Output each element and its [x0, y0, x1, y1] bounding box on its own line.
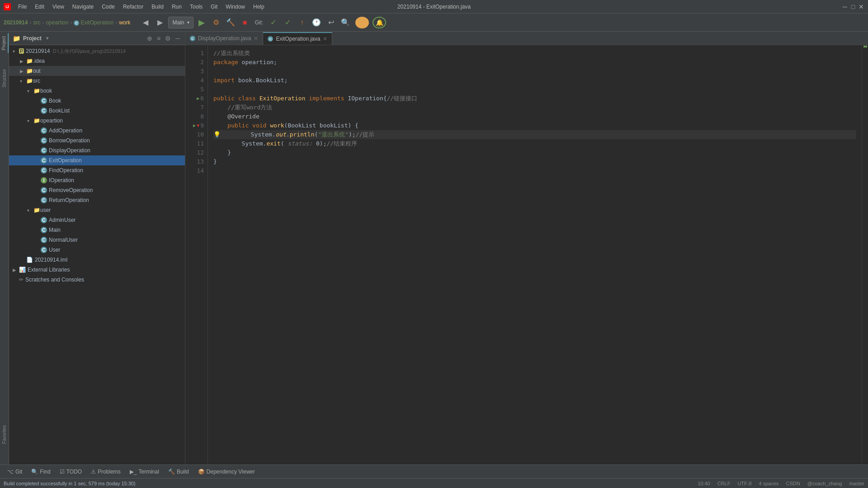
bottom-toolbar: ⌥ Git 🔍 Find ☑ TODO ⚠ Problems ▶_ Termin…: [0, 465, 868, 478]
breadcrumb-src[interactable]: src: [33, 19, 40, 26]
tree-ReturnOperation[interactable]: C ReturnOperation: [9, 195, 185, 205]
git-check-button[interactable]: ✓: [267, 16, 279, 29]
menu-navigate[interactable]: Navigate: [69, 3, 97, 11]
menu-window[interactable]: Window: [222, 3, 249, 11]
forward-button[interactable]: ▶: [154, 16, 166, 29]
problems-icon: ⚠: [91, 469, 96, 475]
find-tool[interactable]: 🔍 Find: [28, 468, 54, 476]
tree-AdminUser[interactable]: C AdminUser: [9, 215, 185, 225]
run-config-dropdown[interactable]: Main ▾: [168, 17, 193, 28]
tree-User[interactable]: C User: [9, 245, 185, 255]
user-label: user: [40, 207, 51, 213]
menu-run[interactable]: Run: [168, 3, 185, 11]
menu-build[interactable]: Build: [148, 3, 167, 11]
run-button[interactable]: ▶: [195, 16, 208, 29]
tab-ExitOperation[interactable]: C ExitOperation.java ✕: [263, 32, 332, 45]
panel-title: 📁 Project ▾: [13, 35, 48, 42]
breadcrumb-opeartion[interactable]: opeartion: [46, 19, 68, 26]
tree-RemoveOperation[interactable]: C RemoveOperation: [9, 185, 185, 195]
tree-external-libs[interactable]: ▶ 📊 External Libraries: [9, 265, 185, 275]
tree-idea[interactable]: ▶ 📁 .idea: [9, 56, 185, 66]
search-button[interactable]: 🔍: [339, 16, 352, 29]
problems-label: Problems: [98, 469, 121, 475]
notifications-button[interactable]: 🔔: [373, 17, 386, 28]
status-right: 10:40 CRLF UTF-8 4 spaces CSDN @coach_zh…: [698, 481, 864, 486]
breadcrumb-method[interactable]: work: [119, 19, 130, 26]
panel-options-button[interactable]: ⚙: [164, 34, 172, 43]
breadcrumb: 20210914 › src › opeartion › CExitOperat…: [4, 19, 130, 26]
maximize-button[interactable]: □: [850, 4, 856, 10]
user-class-icon: C: [41, 247, 47, 253]
git-tool[interactable]: ⌥ Git: [4, 468, 26, 476]
build-tool[interactable]: 🔨 Build: [165, 468, 193, 476]
status-line-col[interactable]: 10:40: [698, 481, 710, 486]
tree-iml[interactable]: 📄 20210914.iml: [9, 255, 185, 265]
tree-scratches[interactable]: ✏ Scratches and Consoles: [9, 275, 185, 285]
menu-file[interactable]: File: [14, 3, 30, 11]
back-button[interactable]: ◀: [139, 16, 152, 29]
tab-exit-close[interactable]: ✕: [323, 36, 327, 42]
side-tab-favorites[interactable]: Favorites: [0, 422, 8, 446]
main-layout: Project Structure Favorites 📁 Project ▾ …: [0, 32, 868, 465]
close-panel-button[interactable]: ─: [174, 34, 181, 43]
build-project-button[interactable]: 🔨: [224, 16, 237, 29]
tree-out[interactable]: ▶ 📁 out: [9, 66, 185, 76]
problems-tool[interactable]: ⚠ Problems: [87, 468, 124, 476]
stop-button[interactable]: ■: [239, 16, 251, 29]
tree-BookList[interactable]: C BookList: [9, 106, 185, 116]
side-tab-project[interactable]: Project: [0, 33, 9, 53]
tree-book[interactable]: ▾ 📁 book: [9, 86, 185, 96]
ExitOperation-label: ExitOperation: [49, 157, 82, 164]
git-commit-button[interactable]: ✓: [281, 16, 294, 29]
git-rollback-button[interactable]: ↩: [325, 16, 337, 29]
tree-src[interactable]: ▾ 📁 src: [9, 76, 185, 86]
minimize-button[interactable]: ─: [842, 4, 848, 10]
tab-DisplayOperation[interactable]: C DisplayOperation.java ✕: [185, 32, 263, 45]
status-branch[interactable]: master: [849, 481, 864, 486]
window-controls: ─ □ ✕: [842, 4, 864, 10]
scroll-to-file-button[interactable]: ⊕: [146, 34, 154, 43]
tree-ExitOperation[interactable]: C ExitOperation: [9, 155, 185, 165]
collapse-all-button[interactable]: ≡: [156, 34, 162, 43]
tree-Book[interactable]: C Book: [9, 96, 185, 106]
todo-tool[interactable]: ☑ TODO: [56, 468, 85, 476]
tree-Main[interactable]: C Main: [9, 225, 185, 235]
user-avatar[interactable]: [355, 17, 369, 28]
menu-refactor[interactable]: Refactor: [119, 3, 147, 11]
breadcrumb-class[interactable]: CExitOperation: [74, 19, 113, 26]
git-history-button[interactable]: 🕐: [310, 16, 323, 29]
menu-help[interactable]: Help: [250, 3, 268, 11]
menu-edit[interactable]: Edit: [31, 3, 48, 11]
tree-DisplayOperation[interactable]: C DisplayOperation: [9, 145, 185, 155]
terminal-tool[interactable]: ▶_ Terminal: [126, 468, 163, 476]
close-button[interactable]: ✕: [858, 4, 864, 10]
status-line-sep[interactable]: CRLF: [717, 481, 731, 486]
tree-IOperation[interactable]: I IOperation: [9, 175, 185, 185]
menu-code[interactable]: Code: [98, 3, 118, 11]
tree-BorrowOperation[interactable]: C BorrowOperation: [9, 136, 185, 145]
tab-display-close[interactable]: ✕: [254, 35, 258, 42]
tree-opeartion[interactable]: ▾ 📁 opeartion: [9, 116, 185, 126]
side-panel-tabs: Project Structure Favorites: [0, 32, 9, 465]
status-indent[interactable]: 4 spaces: [759, 481, 779, 486]
tree-user[interactable]: ▾ 📁 user: [9, 205, 185, 215]
tree-AddOperation[interactable]: C AddOperation: [9, 126, 185, 136]
breadcrumb-root[interactable]: 20210914: [4, 19, 28, 26]
scratches-icon: ✏: [19, 277, 24, 283]
tree-root[interactable]: ▾ P 20210914 D:\上传代码\java_prog\20210914: [9, 46, 185, 56]
AdminUser-label: AdminUser: [49, 217, 75, 223]
tree-NormalUser[interactable]: C NormalUser: [9, 235, 185, 245]
build-button[interactable]: ⚙: [210, 16, 222, 29]
tree-FindOperation[interactable]: C FindOperation: [9, 165, 185, 175]
menu-tools[interactable]: Tools: [186, 3, 206, 11]
status-encoding[interactable]: UTF-8: [737, 481, 751, 486]
menu-git[interactable]: Git: [207, 3, 221, 11]
dependency-tool[interactable]: 📦 Dependency Viewer: [194, 468, 259, 476]
side-tab-structure[interactable]: Structure: [0, 66, 8, 90]
git-push-button[interactable]: ↑: [296, 16, 308, 29]
code-content[interactable]: //退出系统类 package opeartion; import book.B…: [208, 45, 862, 465]
menu-view[interactable]: View: [49, 3, 68, 11]
root-icon: P: [19, 48, 24, 54]
code-line-5: [213, 85, 856, 94]
libs-icon: 📊: [19, 267, 26, 273]
